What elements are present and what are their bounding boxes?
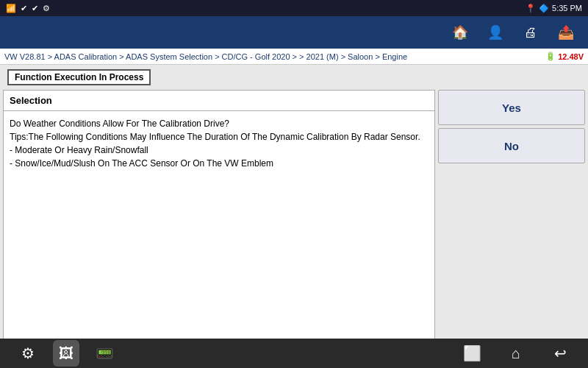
selection-content: Do Weather Conditions Allow For The Cali…	[4, 111, 434, 339]
bluetooth-status-icon: 🔷	[539, 4, 549, 13]
time-display: 5:35 PM	[552, 4, 582, 13]
bottom-bar: ⚙ 🖼 📟 ⬜ ⌂ ↩	[0, 339, 588, 368]
breadcrumb-text: VW V28.81 > ADAS Calibration > ADAS Syst…	[4, 52, 407, 61]
exit-button[interactable]: 📤	[550, 19, 582, 46]
settings-bottom-icon[interactable]: ⚙	[15, 340, 41, 367]
image-bottom-icon[interactable]: 🖼	[53, 340, 79, 367]
right-panel: Yes No	[438, 90, 585, 340]
settings-icon-status: ⚙	[43, 4, 50, 13]
voltage-value: 12.48V	[558, 52, 584, 61]
function-execution-badge: Function Execution In Process	[7, 69, 151, 85]
status-bar-left: 📶 ✔ ✔ ⚙	[6, 4, 50, 13]
no-button[interactable]: No	[438, 128, 585, 163]
home-nav-icon[interactable]: ⌂	[503, 340, 529, 367]
breadcrumb-bar: VW V28.81 > ADAS Calibration > ADAS Syst…	[0, 49, 588, 65]
bottom-right-nav: ⬜ ⌂ ↩	[459, 340, 573, 367]
bluetooth-icon: ✔	[21, 4, 27, 13]
selection-header: Selection	[4, 91, 434, 111]
nav-bar: 🏠 👤 🖨 📤	[0, 16, 588, 49]
left-panel: Selection Do Weather Conditions Allow Fo…	[3, 90, 435, 340]
location-icon: 📍	[526, 4, 536, 13]
vci-bottom-icon[interactable]: 📟	[91, 340, 118, 367]
status-bar-right: 📍 🔷 5:35 PM	[526, 4, 582, 13]
yes-button[interactable]: Yes	[438, 90, 585, 125]
wifi-icon: 📶	[6, 4, 16, 13]
user-button[interactable]: 👤	[479, 19, 512, 46]
status-bar: 📶 ✔ ✔ ⚙ 📍 🔷 5:35 PM	[0, 0, 588, 16]
selection-text: Do Weather Conditions Allow For The Cali…	[10, 117, 429, 170]
check-icon: ✔	[32, 4, 38, 13]
home-button[interactable]: 🏠	[444, 19, 476, 46]
print-button[interactable]: 🖨	[514, 19, 547, 46]
voltage-display: 🔋 12.48V	[545, 52, 584, 61]
battery-icon: 🔋	[545, 52, 556, 61]
back-nav-icon[interactable]: ↩	[547, 340, 573, 367]
square-nav-icon[interactable]: ⬜	[459, 340, 485, 367]
main-content: Selection Do Weather Conditions Allow Fo…	[0, 90, 588, 343]
